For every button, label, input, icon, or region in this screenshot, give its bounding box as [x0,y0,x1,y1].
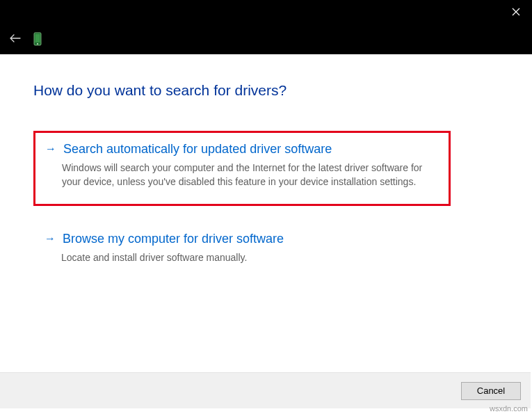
option-title: Search automatically for updated driver … [63,140,332,158]
cancel-button[interactable]: Cancel [461,382,521,400]
close-button[interactable] [500,0,532,24]
arrow-left-icon [10,34,21,42]
option-header: → Search automatically for updated drive… [45,140,439,158]
option-search-automatically[interactable]: → Search automatically for updated drive… [33,131,451,206]
dialog-footer: Cancel [0,372,531,408]
window-titlebar [0,0,532,24]
back-button[interactable] [10,33,21,45]
option-browse-computer[interactable]: → Browse my computer for driver software… [33,221,451,274]
watermark: wsxdn.com [490,404,528,413]
svg-point-2 [37,43,38,45]
option-title: Browse my computer for driver software [63,230,284,248]
close-icon [512,8,520,16]
option-description: Locate and install driver software manua… [61,250,437,264]
options-list: → Search automatically for updated drive… [33,131,499,274]
svg-rect-1 [35,34,40,42]
page-title: How do you want to search for drivers? [33,82,499,99]
option-header: → Browse my computer for driver software [45,230,440,248]
arrow-right-icon: → [45,230,56,248]
arrow-right-icon: → [45,140,56,158]
navigation-bar [0,24,532,54]
option-description: Windows will search your computer and th… [62,161,437,189]
device-icon [33,32,42,46]
dialog-content: How do you want to search for drivers? →… [0,54,532,274]
